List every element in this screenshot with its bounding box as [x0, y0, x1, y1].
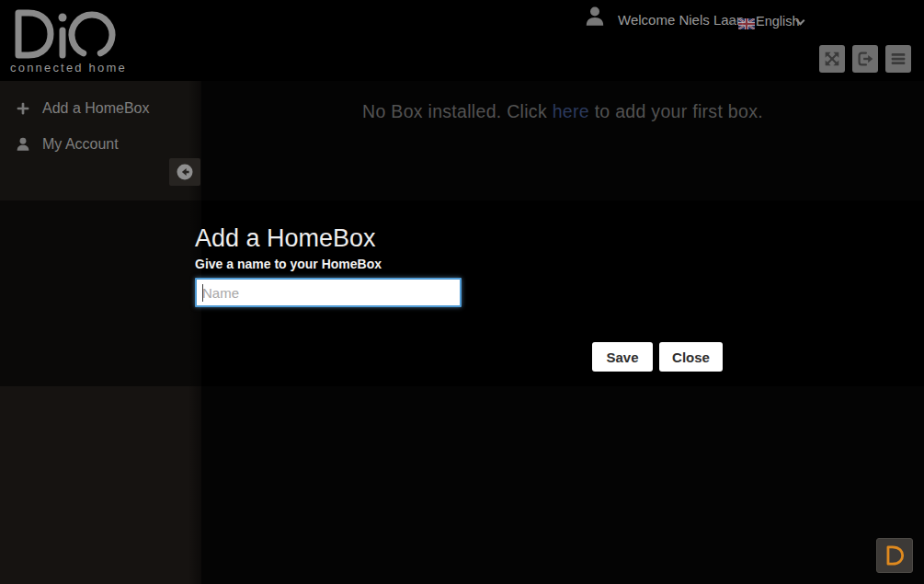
sidebar-collapse-button[interactable]: [169, 158, 200, 186]
uk-flag-icon: [738, 17, 755, 28]
window-controls: [819, 45, 911, 73]
dio-logo: [9, 7, 129, 63]
user-icon: [14, 136, 32, 153]
arrow-circle-left-icon: [175, 162, 195, 182]
add-box-link[interactable]: here: [553, 101, 589, 121]
sidebar-item-label: My Account: [42, 136, 119, 153]
hamburger-icon: [888, 49, 908, 69]
dio-dock-badge[interactable]: [876, 538, 913, 573]
sidebar: Add a HomeBox My Account: [0, 81, 201, 584]
language-selector[interactable]: English: [756, 14, 800, 29]
logo-tagline: connected home: [10, 61, 127, 74]
modal-subtitle: Give a name to your HomeBox: [195, 257, 382, 271]
menu-button[interactable]: [885, 45, 911, 73]
modal-title: Add a HomeBox: [195, 224, 376, 253]
no-box-message-post: to add your first box.: [589, 101, 763, 121]
logout-button[interactable]: [852, 45, 878, 73]
save-button[interactable]: Save: [592, 342, 653, 372]
name-input[interactable]: [195, 278, 462, 307]
plus-icon: [14, 100, 32, 117]
sidebar-item-my-account[interactable]: My Account: [0, 126, 201, 163]
name-input-wrap: [195, 278, 462, 307]
text-cursor: [202, 284, 203, 302]
sidebar-middle-section: [0, 200, 201, 386]
no-box-message: No Box installed. Click here to add your…: [201, 101, 924, 122]
sidebar-bottom-section: [0, 386, 201, 584]
dio-d-icon: [883, 544, 907, 567]
header: connected home Welcome Niels Laan: [0, 0, 924, 81]
modal-footer: Save Close: [195, 342, 728, 372]
user-avatar-icon: [583, 5, 607, 29]
no-box-message-pre: No Box installed. Click: [362, 101, 553, 121]
dio-logo-icon: [9, 7, 129, 63]
fullscreen-button[interactable]: [819, 45, 845, 73]
sidebar-item-label: Add a HomeBox: [42, 100, 150, 117]
close-button[interactable]: Close: [659, 342, 723, 372]
app-root: connected home Welcome Niels Laan: [0, 0, 924, 584]
welcome-text: Welcome Niels Laan: [618, 12, 744, 28]
add-homebox-modal: Add a HomeBox Give a name to your HomeBo…: [195, 200, 728, 386]
sign-out-icon: [855, 49, 875, 69]
fullscreen-arrows-icon: [822, 49, 842, 69]
sidebar-item-add-homebox[interactable]: Add a HomeBox: [0, 90, 201, 127]
